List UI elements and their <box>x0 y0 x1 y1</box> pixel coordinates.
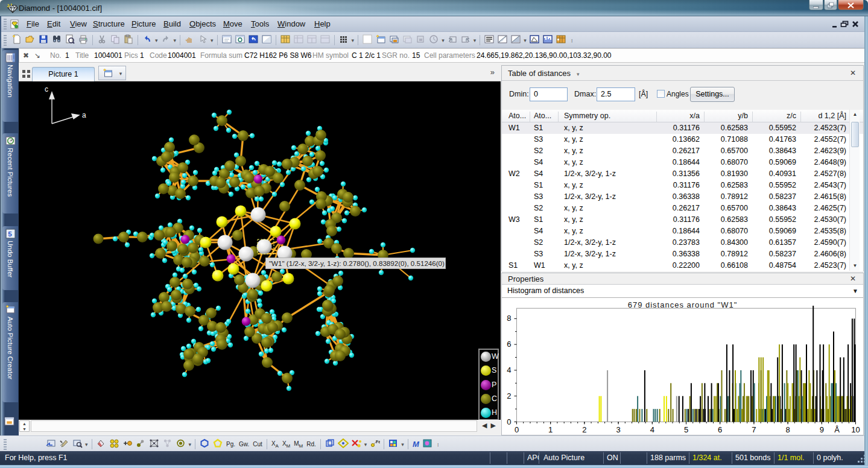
svg-text:2: 2 <box>507 391 511 400</box>
svg-text:4: 4 <box>507 365 511 375</box>
svg-text:4: 4 <box>650 425 654 434</box>
svg-text:Fe: Fe <box>376 440 380 444</box>
svg-text:0: 0 <box>515 425 519 434</box>
svg-text:9: 9 <box>820 425 824 434</box>
svg-text:1: 1 <box>548 425 553 434</box>
svg-text:6: 6 <box>718 425 722 434</box>
svg-text:0: 0 <box>507 417 511 426</box>
svg-text:3: 3 <box>616 425 620 434</box>
svg-text:5: 5 <box>684 425 688 434</box>
svg-text:8: 8 <box>785 425 790 434</box>
svg-text:7: 7 <box>752 425 756 434</box>
svg-text:2: 2 <box>582 425 586 434</box>
svg-text:10: 10 <box>851 425 860 434</box>
svg-text:Å: Å <box>834 425 840 434</box>
svg-text:a: a <box>82 111 86 119</box>
svg-text:5: 5 <box>8 230 12 238</box>
svg-text:8: 8 <box>507 314 511 323</box>
svg-text:6: 6 <box>507 340 511 349</box>
svg-text:c: c <box>45 85 48 93</box>
